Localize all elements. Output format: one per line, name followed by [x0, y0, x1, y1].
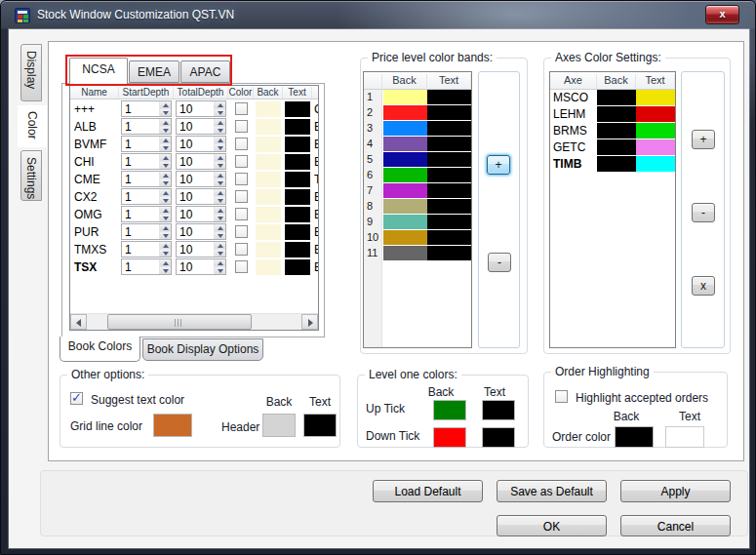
horizontal-scrollbar[interactable] [70, 313, 318, 330]
color-checkbox[interactable] [235, 138, 248, 150]
total-depth-spinner[interactable]: 10 [176, 153, 226, 170]
column-header-axe[interactable]: Axe [550, 74, 597, 88]
axe-back-swatch[interactable] [597, 106, 636, 122]
spinner-up-icon[interactable] [160, 119, 171, 126]
spinner-arrows[interactable] [159, 137, 171, 151]
color-checkbox[interactable] [235, 225, 248, 238]
remove-band-button[interactable]: - [488, 253, 511, 272]
band-back-swatch[interactable] [383, 230, 427, 245]
spinner-up-icon[interactable] [215, 101, 225, 108]
text-color-swatch[interactable] [285, 172, 310, 187]
up-tick-text-swatch[interactable] [482, 400, 515, 420]
spinner-arrows[interactable] [214, 119, 225, 134]
spinner-arrows[interactable] [214, 207, 225, 221]
band-text-swatch[interactable] [427, 90, 471, 104]
text-color-swatch[interactable] [285, 259, 310, 275]
title-bar[interactable]: Stock Window Customization QST.VN x [1, 1, 755, 29]
spinner-up-icon[interactable] [215, 137, 225, 143]
text-color-swatch[interactable] [285, 242, 310, 258]
text-color-swatch[interactable] [285, 224, 310, 240]
spinner-down-icon[interactable] [160, 126, 171, 134]
column-header-axe-back[interactable]: Back [597, 74, 636, 88]
start-depth-spinner[interactable]: 1 [121, 223, 172, 240]
band-text-swatch[interactable] [427, 152, 471, 167]
axe-back-swatch[interactable] [597, 156, 636, 172]
axe-text-swatch[interactable] [636, 139, 675, 155]
spinner-up-icon[interactable] [215, 242, 225, 249]
back-color-swatch[interactable] [256, 224, 281, 240]
spinner-down-icon[interactable] [215, 266, 225, 274]
color-checkbox[interactable] [235, 208, 248, 220]
band-text-swatch[interactable] [427, 183, 471, 198]
text-color-swatch[interactable] [285, 189, 310, 205]
spinner-down-icon[interactable] [160, 249, 171, 257]
text-color-swatch[interactable] [285, 119, 310, 135]
spinner-up-icon[interactable] [160, 259, 171, 266]
back-color-swatch[interactable] [256, 259, 281, 275]
tab-display[interactable]: Display [20, 44, 42, 101]
spinner-arrows[interactable] [159, 259, 171, 274]
band-text-swatch[interactable] [427, 246, 471, 260]
band-text-swatch[interactable] [427, 137, 471, 151]
spinner-arrows[interactable] [159, 242, 171, 257]
band-back-swatch[interactable] [383, 121, 427, 136]
spinner-arrows[interactable] [214, 137, 225, 151]
spinner-up-icon[interactable] [160, 242, 171, 249]
axe-text-swatch[interactable] [636, 123, 675, 139]
tab-book-display-options[interactable]: Book Display Options [142, 338, 263, 361]
spinner-arrows[interactable] [159, 207, 171, 221]
start-depth-spinner[interactable]: 1 [121, 188, 172, 205]
band-text-swatch[interactable] [427, 199, 471, 214]
band-back-swatch[interactable] [383, 199, 427, 214]
order-back-swatch[interactable] [615, 426, 654, 448]
band-text-swatch[interactable] [427, 121, 471, 136]
band-text-swatch[interactable] [427, 230, 471, 245]
spinner-up-icon[interactable] [160, 207, 171, 214]
spinner-up-icon[interactable] [215, 207, 225, 214]
spinner-up-icon[interactable] [160, 101, 171, 108]
color-checkbox[interactable] [235, 260, 248, 273]
band-back-swatch[interactable] [383, 168, 427, 182]
back-color-swatch[interactable] [256, 172, 281, 187]
spinner-up-icon[interactable] [160, 224, 171, 231]
spinner-up-icon[interactable] [160, 137, 171, 143]
axe-text-swatch[interactable] [636, 106, 675, 122]
column-header-totaldepth[interactable]: TotalDepth [174, 87, 228, 99]
save-as-default-button[interactable]: Save as Default [497, 480, 607, 502]
axe-back-swatch[interactable] [597, 123, 636, 139]
column-header-band-back[interactable]: Back [382, 74, 427, 88]
spinner-down-icon[interactable] [160, 231, 171, 239]
band-back-swatch[interactable] [383, 105, 427, 120]
cancel-button[interactable]: Cancel [620, 515, 731, 536]
spinner-down-icon[interactable] [215, 178, 225, 186]
band-back-swatch[interactable] [383, 246, 427, 260]
column-header-axe-text[interactable]: Text [636, 74, 675, 88]
spinner-down-icon[interactable] [215, 249, 225, 257]
color-checkbox[interactable] [235, 243, 248, 256]
spinner-up-icon[interactable] [215, 189, 225, 196]
remove-axe-button[interactable]: - [692, 203, 715, 222]
spinner-down-icon[interactable] [215, 161, 225, 169]
start-depth-spinner[interactable]: 1 [121, 206, 172, 222]
down-tick-back-swatch[interactable] [433, 427, 466, 448]
spinner-arrows[interactable] [214, 154, 225, 169]
back-color-swatch[interactable] [256, 154, 281, 170]
spinner-up-icon[interactable] [215, 224, 225, 231]
spinner-down-icon[interactable] [215, 126, 225, 134]
tab-settings[interactable]: Settings [20, 150, 42, 201]
ok-button[interactable]: OK [497, 515, 607, 536]
spinner-arrows[interactable] [159, 101, 171, 116]
color-checkbox[interactable] [235, 102, 248, 115]
spinner-down-icon[interactable] [215, 143, 225, 151]
band-back-swatch[interactable] [383, 137, 427, 151]
total-depth-spinner[interactable]: 10 [176, 223, 226, 240]
spinner-arrows[interactable] [159, 172, 171, 186]
start-depth-spinner[interactable]: 1 [121, 258, 172, 275]
spinner-arrows[interactable] [214, 224, 225, 239]
total-depth-spinner[interactable]: 10 [176, 241, 226, 258]
tab-book-colors[interactable]: Book Colors [60, 337, 140, 362]
color-checkbox[interactable] [235, 190, 248, 203]
delete-axe-button[interactable]: x [692, 276, 715, 296]
column-header-color[interactable]: Color [228, 87, 254, 99]
header-back-swatch[interactable] [262, 414, 296, 437]
